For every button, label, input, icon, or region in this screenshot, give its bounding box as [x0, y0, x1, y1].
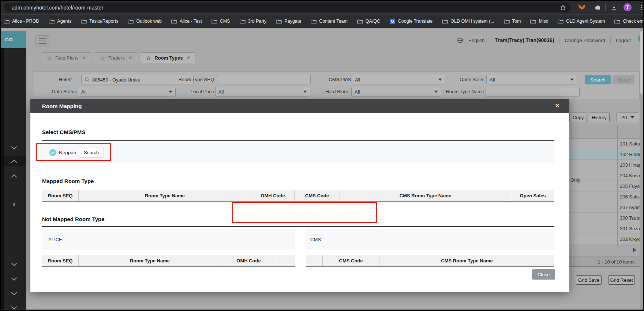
url-text: adm.ohmyhotel.com/hotel/room-master [12, 5, 104, 11]
tab-room-types[interactable]: Room Types ✕ [141, 52, 195, 63]
folder-icon [49, 19, 55, 24]
header-separator [559, 37, 559, 43]
bookmark-item[interactable]: CMS [211, 19, 230, 24]
bookmark-star-icon[interactable] [558, 3, 567, 12]
close-tab-icon[interactable]: ✕ [82, 55, 86, 61]
search-button[interactable]: Search [585, 75, 611, 84]
copy-button[interactable]: Copy [569, 113, 587, 122]
chevron-down-icon [630, 116, 634, 118]
column-header: Room Type Name [79, 255, 221, 266]
browser-menu-kebab-icon[interactable] [637, 3, 644, 12]
grid-save-button[interactable]: Grid Save [576, 275, 602, 285]
not-mapped-room-type-heading: Not Mapped Room Type [42, 216, 105, 222]
folder-icon [240, 19, 246, 24]
bookmark-item[interactable]: Tasks/Reports [81, 19, 118, 24]
room-type-name-label: Room Type Name [441, 87, 484, 96]
bookmarks-bar: Alice - PROD Agents Tasks/Reports Outloo… [1, 14, 644, 28]
bookmark-item[interactable]: Misc [530, 19, 548, 24]
chevron-down-icon [434, 91, 438, 93]
data-status-select[interactable]: All [78, 87, 176, 96]
hotel-label: Hotel* [45, 75, 72, 84]
logout-link[interactable]: Logout [616, 38, 631, 43]
folder-icon [357, 19, 363, 24]
app-logo: CO [1, 31, 26, 48]
star-icon[interactable] [100, 55, 105, 60]
cms-table-header: CMS Code CMS Room Type Name [306, 255, 554, 267]
bookmark-item[interactable]: Check email sending [614, 19, 644, 24]
room-mapping-modal: Room Mapping ✕ Select CMS/PMS Neppan Sea… [30, 99, 569, 292]
cms-pms-select[interactable]: All [352, 75, 445, 84]
extensions-puzzle-icon[interactable] [594, 3, 602, 12]
column-header: OMH Code [221, 255, 276, 266]
app-header-right: English Tram(Tracy) Tran(90036) Change P… [457, 35, 631, 45]
header-separator [610, 37, 611, 43]
column-header: CMS Code [295, 190, 340, 201]
column-header: OMH Code [251, 190, 295, 201]
folder-icon [4, 19, 10, 24]
language-selector[interactable]: English [468, 38, 484, 43]
bookmark-item[interactable]: Alice - Test [171, 19, 202, 24]
user-name: Tram(Tracy) Tran(90036) [495, 37, 554, 43]
search-icon [85, 77, 90, 82]
folder-icon [504, 19, 510, 24]
page-size-select[interactable]: 20 [617, 113, 639, 122]
star-icon[interactable] [146, 55, 151, 60]
section-divider [42, 226, 554, 227]
browser-profile-avatar[interactable]: T [624, 3, 632, 11]
metamask-fox-icon[interactable] [577, 3, 586, 12]
room-type-seq-input[interactable] [217, 75, 311, 84]
google-translate-icon: G [390, 19, 395, 24]
bookmark-item[interactable]: OLD OMH system (... [442, 19, 494, 24]
close-icon[interactable]: ✕ [555, 102, 560, 110]
column-header: CMS Room Type Name [340, 190, 511, 201]
folder-icon [276, 19, 282, 24]
folder-icon [211, 19, 217, 24]
grid-reset-button[interactable]: Grid Reset [608, 275, 635, 285]
chevron-down-icon [570, 79, 574, 81]
data-status-label: Data Status [48, 87, 77, 96]
column-header-empty [276, 255, 295, 266]
bookmark-item[interactable]: QA/QC [357, 19, 380, 24]
bookmark-item[interactable]: OLD Agent System [558, 19, 605, 24]
hard-block-select[interactable]: All [351, 87, 441, 96]
page-scrollbar-thumb[interactable] [640, 31, 644, 94]
bookmark-item[interactable]: Paygate [276, 19, 301, 24]
hamburger-menu-button[interactable] [35, 35, 50, 46]
local-price-select[interactable]: All [215, 87, 310, 96]
download-icon[interactable] [610, 3, 618, 12]
bookmark-item[interactable]: Alice - PROD [4, 19, 39, 24]
column-header: Room SEQ [42, 255, 79, 266]
bookmark-item[interactable]: Agents [49, 19, 71, 24]
bookmark-item[interactable]: 3rd Party [240, 19, 267, 24]
bookmark-item[interactable]: Outlook web [128, 19, 161, 24]
select-cms-heading: Select CMS/PMS [42, 129, 85, 135]
close-tab-icon[interactable]: ✕ [128, 55, 132, 61]
bookmark-item[interactable]: Tom [504, 19, 521, 24]
room-type-name-input[interactable] [486, 87, 580, 96]
modal-close-button[interactable]: Close [532, 269, 555, 280]
change-password-link[interactable]: Change Password [565, 38, 605, 43]
folder-icon [442, 19, 448, 24]
cms-pms-label: CMS/PMS [322, 75, 351, 84]
close-tab-icon[interactable]: ✕ [186, 55, 190, 61]
tab-traders[interactable]: Traders ✕ [95, 52, 137, 63]
open-sales-select[interactable]: All [486, 75, 577, 84]
bookmark-item[interactable]: Content Team [311, 19, 348, 24]
folder-icon [614, 19, 620, 24]
modal-title: Room Mapping [42, 103, 82, 109]
column-header: Room Type Name [79, 190, 251, 201]
column-header: Open Sales [511, 190, 554, 201]
cms-panel: CMS [306, 229, 554, 250]
globe-icon [457, 37, 463, 43]
history-button[interactable]: History [589, 113, 610, 122]
partial-cell-text: Only [570, 177, 580, 183]
address-bar[interactable]: adm.ohmyhotel.com/hotel/room-master [4, 3, 571, 12]
header-separator [490, 37, 490, 43]
scroll-right-arrow-icon[interactable] [633, 248, 636, 252]
grid-column-separator [617, 125, 618, 246]
reset-button[interactable]: Reset [613, 75, 635, 84]
cms-option-row: Neppan Search [38, 142, 554, 163]
bookmark-item-google-translate[interactable]: GGoogle Translate [390, 19, 433, 24]
tab-rate-plans[interactable]: Rate Plans ✕ [42, 52, 91, 63]
star-icon[interactable] [47, 55, 52, 60]
